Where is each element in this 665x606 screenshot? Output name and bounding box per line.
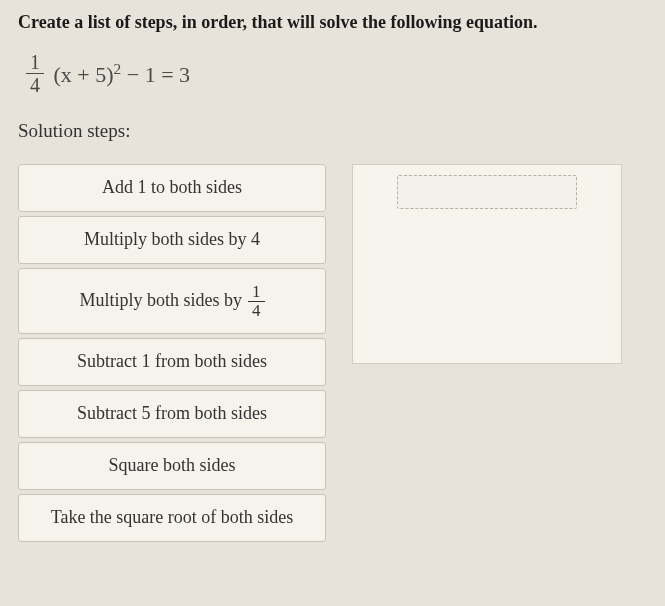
layout-row: Add 1 to both sides Multiply both sides …	[18, 164, 647, 542]
fraction-numerator: 1	[26, 51, 44, 74]
step-option-sqrt[interactable]: Take the square root of both sides	[18, 494, 326, 542]
step-label-pre: Multiply both sides by	[79, 290, 242, 312]
answer-drop-area[interactable]	[352, 164, 622, 364]
solution-steps-heading: Solution steps:	[18, 120, 647, 142]
available-steps-column: Add 1 to both sides Multiply both sides …	[18, 164, 326, 542]
equation-display: 1 4 (x + 5)2 − 1 = 3	[26, 51, 647, 96]
step-option-subtract-5[interactable]: Subtract 5 from both sides	[18, 390, 326, 438]
step-label: Take the square root of both sides	[51, 507, 294, 529]
equation-body: (x + 5)2 − 1 = 3	[54, 62, 191, 87]
step-label: Square both sides	[109, 455, 236, 477]
step-option-multiply-4[interactable]: Multiply both sides by 4	[18, 216, 326, 264]
step-option-square[interactable]: Square both sides	[18, 442, 326, 490]
equation-paren-group: (x + 5)	[54, 62, 114, 87]
answer-slot[interactable]	[397, 175, 577, 209]
equation-tail: − 1 = 3	[121, 62, 190, 87]
step-fraction: 1 4	[248, 283, 265, 320]
step-label: Subtract 5 from both sides	[77, 403, 267, 425]
step-fraction-num: 1	[248, 283, 265, 302]
equation-fraction: 1 4	[26, 51, 44, 96]
fraction-denominator: 4	[26, 74, 44, 96]
step-fraction-den: 4	[248, 302, 265, 320]
step-option-add-1[interactable]: Add 1 to both sides	[18, 164, 326, 212]
step-label: Multiply both sides by 4	[84, 229, 260, 251]
step-label: Subtract 1 from both sides	[77, 351, 267, 373]
step-option-subtract-1[interactable]: Subtract 1 from both sides	[18, 338, 326, 386]
step-label: Add 1 to both sides	[102, 177, 242, 199]
step-option-multiply-quarter[interactable]: Multiply both sides by 1 4	[18, 268, 326, 334]
question-prompt: Create a list of steps, in order, that w…	[18, 12, 647, 33]
